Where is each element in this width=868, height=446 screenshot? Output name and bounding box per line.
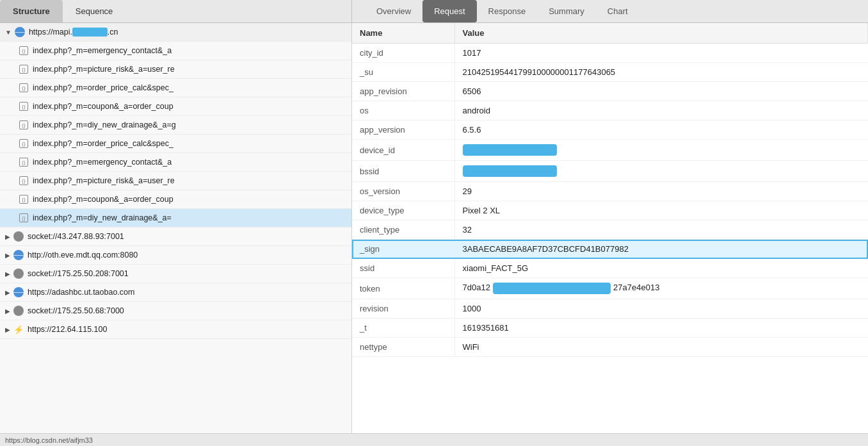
left-panel: ▼ https://mapi.xxx.cn {} index.php?_m=em… bbox=[0, 23, 352, 433]
list-item[interactable]: {} index.php?_m=coupon&_a=order_coup bbox=[0, 97, 351, 116]
param-value: 210425195441799100000001177643065 bbox=[454, 63, 868, 82]
left-tab-group: Structure Sequence bbox=[0, 0, 352, 22]
chevron-right-icon: ▶ bbox=[5, 233, 10, 240]
globe-icon bbox=[13, 286, 24, 298]
socket-icon bbox=[13, 305, 24, 317]
table-row[interactable]: token7d0a12████████████████████27a7e4e01… bbox=[352, 278, 868, 299]
param-name: _t bbox=[352, 318, 454, 338]
table-row[interactable]: bssid████████████████ bbox=[352, 161, 868, 182]
list-item[interactable]: {} index.php?_m=picture_risk&_a=user_re bbox=[0, 172, 351, 190]
param-value: 6506 bbox=[454, 82, 868, 101]
table-row[interactable]: os_version29 bbox=[352, 182, 868, 201]
param-name: revision bbox=[352, 299, 454, 318]
param-name: os_version bbox=[352, 182, 454, 201]
chevron-right-icon: ▶ bbox=[5, 326, 10, 333]
chevron-right-icon: ▶ bbox=[5, 252, 10, 259]
php-icon: {} bbox=[18, 63, 29, 75]
tab-sequence[interactable]: Sequence bbox=[63, 0, 126, 22]
list-item[interactable]: ▶ http://oth.eve.mdt.qq.com:8080 bbox=[0, 246, 351, 265]
table-row[interactable]: revision1000 bbox=[352, 299, 868, 318]
root-url: https://mapi.xxx.cn bbox=[29, 28, 118, 37]
tab-summary[interactable]: Summary bbox=[537, 0, 596, 22]
param-value: 29 bbox=[454, 182, 868, 201]
list-item[interactable]: ▶ socket://175.25.50.68:7000 bbox=[0, 302, 351, 320]
param-value: 1000 bbox=[454, 299, 868, 318]
param-name: city_id bbox=[352, 44, 454, 63]
param-value: android bbox=[454, 101, 868, 120]
param-value: ████████████████ bbox=[454, 140, 868, 161]
list-item[interactable]: {} index.php?_m=order_price_calc&spec_ bbox=[0, 135, 351, 153]
tree-root[interactable]: ▼ https://mapi.xxx.cn bbox=[0, 23, 351, 42]
param-value: xiaomi_FACT_5G bbox=[454, 259, 868, 278]
php-icon: {} bbox=[18, 82, 29, 94]
param-name: bssid bbox=[352, 161, 454, 182]
table-row[interactable]: device_typePixel 2 XL bbox=[352, 201, 868, 220]
chevron-right-icon: ▶ bbox=[5, 270, 10, 277]
param-name: _sign bbox=[352, 240, 454, 259]
param-value: 6.5.6 bbox=[454, 120, 868, 140]
table-row[interactable]: _t1619351681 bbox=[352, 318, 868, 338]
globe-icon bbox=[13, 249, 24, 261]
tab-overview[interactable]: Overview bbox=[365, 0, 422, 22]
table-row[interactable]: osandroid bbox=[352, 101, 868, 120]
tab-request[interactable]: Request bbox=[422, 0, 476, 22]
list-item[interactable]: {} index.php?_m=emergency_contact&_a bbox=[0, 42, 351, 60]
param-value: 1619351681 bbox=[454, 318, 868, 338]
table-row[interactable]: client_type32 bbox=[352, 220, 868, 240]
list-item[interactable]: ▶ socket://175.25.50.208:7001 bbox=[0, 265, 351, 283]
list-item[interactable]: ▶ ⚡ https://212.64.115.100 bbox=[0, 320, 351, 339]
status-text: https://blog.csdn.net/aifjm33 bbox=[5, 436, 93, 444]
param-name: ssid bbox=[352, 259, 454, 278]
param-name: nettype bbox=[352, 338, 454, 357]
socket-icon bbox=[13, 231, 24, 242]
param-name: app_revision bbox=[352, 82, 454, 101]
globe-icon bbox=[14, 26, 26, 38]
param-name: app_version bbox=[352, 120, 454, 140]
top-tab-bar: Structure Sequence Overview Request Resp… bbox=[0, 0, 868, 23]
table-row[interactable]: ssidxiaomi_FACT_5G bbox=[352, 259, 868, 278]
list-item[interactable]: {} index.php?_m=order_price_calc&spec_ bbox=[0, 79, 351, 97]
list-item[interactable]: {} index.php?_m=diy_new_drainage&_a=g bbox=[0, 116, 351, 135]
chevron-down-icon: ▼ bbox=[5, 29, 12, 36]
table-row[interactable]: app_revision6506 bbox=[352, 82, 868, 101]
list-item[interactable]: {} index.php?_m=picture_risk&_a=user_re bbox=[0, 60, 351, 79]
param-value: ████████████████ bbox=[454, 161, 868, 182]
param-value: 7d0a12████████████████████27a7e4e013 bbox=[454, 278, 868, 299]
col-header-value: Value bbox=[454, 23, 868, 44]
list-item[interactable]: {} index.php?_m=emergency_contact&_a bbox=[0, 153, 351, 172]
tab-response[interactable]: Response bbox=[477, 0, 538, 22]
param-value: 32 bbox=[454, 220, 868, 240]
status-bar: https://blog.csdn.net/aifjm33 bbox=[0, 433, 868, 446]
table-row[interactable]: app_version6.5.6 bbox=[352, 120, 868, 140]
table-row[interactable]: device_id████████████████ bbox=[352, 140, 868, 161]
list-item[interactable]: ▶ socket://43.247.88.93:7001 bbox=[0, 227, 351, 246]
params-table: Name Value city_id1017_su210425195441799… bbox=[352, 23, 868, 357]
param-name: token bbox=[352, 278, 454, 299]
chevron-right-icon: ▶ bbox=[5, 308, 10, 315]
param-value: Pixel 2 XL bbox=[454, 201, 868, 220]
php-icon: {} bbox=[18, 194, 29, 205]
param-name: device_id bbox=[352, 140, 454, 161]
php-icon: {} bbox=[18, 212, 29, 224]
param-value: WiFi bbox=[454, 338, 868, 357]
table-row[interactable]: city_id1017 bbox=[352, 44, 868, 63]
list-item[interactable]: {} index.php?_m=diy_new_drainage&_a= bbox=[0, 209, 351, 227]
param-name: _su bbox=[352, 63, 454, 82]
tab-chart[interactable]: Chart bbox=[596, 0, 639, 22]
tab-structure[interactable]: Structure bbox=[0, 0, 63, 22]
right-panel: Name Value city_id1017_su210425195441799… bbox=[352, 23, 868, 433]
lightning-icon: ⚡ bbox=[13, 324, 24, 335]
param-name: device_type bbox=[352, 201, 454, 220]
param-value: 1017 bbox=[454, 44, 868, 63]
php-icon: {} bbox=[18, 156, 29, 168]
col-header-name: Name bbox=[352, 23, 454, 44]
php-icon: {} bbox=[18, 175, 29, 186]
main-content: ▼ https://mapi.xxx.cn {} index.php?_m=em… bbox=[0, 23, 868, 433]
list-item[interactable]: ▶ https://adashbc.ut.taobao.com bbox=[0, 283, 351, 302]
table-row[interactable]: _su210425195441799100000001177643065 bbox=[352, 63, 868, 82]
table-row[interactable]: nettypeWiFi bbox=[352, 338, 868, 357]
php-icon: {} bbox=[18, 119, 29, 131]
list-item[interactable]: {} index.php?_m=coupon&_a=order_coup bbox=[0, 190, 351, 209]
table-row[interactable]: _sign3ABAECABE9A8AF7D37CBCFD41B077982 bbox=[352, 240, 868, 259]
socket-icon bbox=[13, 268, 24, 279]
